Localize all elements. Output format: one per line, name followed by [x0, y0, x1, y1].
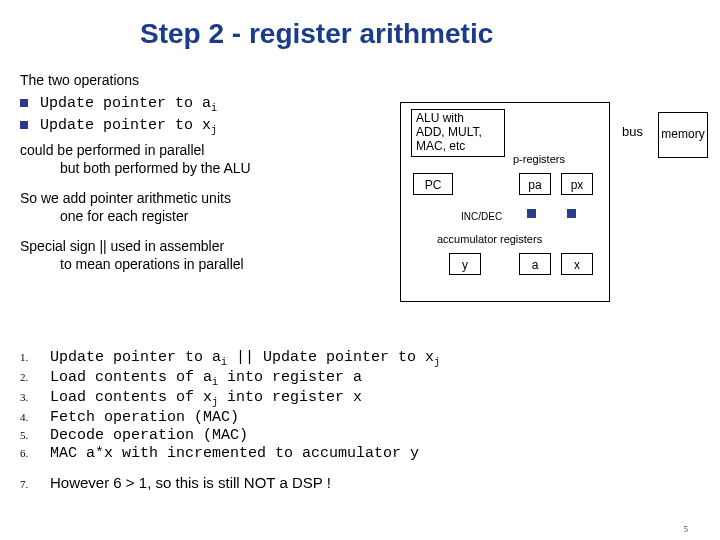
architecture-diagram: ALU with ADD, MULT, MAC, etc p-registers… [400, 102, 700, 312]
para-block: Special sign || used in assembler to mea… [20, 238, 380, 272]
bullet-text: Update pointer to ai [40, 95, 217, 114]
step-item: 4. Fetch operation (MAC) [20, 409, 700, 426]
step-number: 5. [20, 429, 50, 441]
accumulator-registers-label: accumulator registers [437, 233, 542, 245]
step-text: Load contents of ai into register a [50, 369, 362, 388]
cpu-box: ALU with ADD, MULT, MAC, etc p-registers… [400, 102, 610, 302]
step-item: 2. Load contents of ai into register a [20, 369, 700, 388]
bus-label: bus [622, 124, 643, 139]
inc-dec-label: INC/DEC [461, 211, 502, 222]
steps-list: 1. Update pointer to ai || Update pointe… [20, 348, 700, 492]
alu-line: ALU with [416, 112, 500, 126]
alu-box: ALU with ADD, MULT, MAC, etc [411, 109, 505, 157]
slide-title: Step 2 - register arithmetic [0, 0, 720, 58]
step-text: Update pointer to ai || Update pointer t… [50, 349, 440, 368]
step-item: 1. Update pointer to ai || Update pointe… [20, 349, 700, 368]
para-special2: to mean operations in parallel [20, 256, 380, 272]
page-number: 5 [684, 524, 689, 534]
bullet-text: Update pointer to xj [40, 117, 217, 136]
step-number: 2. [20, 371, 50, 383]
step-item: 5. Decode operation (MAC) [20, 427, 700, 444]
para-block: So we add pointer arithmetic units one f… [20, 190, 380, 224]
alu-line: MAC, etc [416, 140, 500, 154]
left-column: The two operations Update pointer to ai … [20, 72, 380, 274]
step-number: 7. [20, 478, 50, 490]
intro-text: The two operations [20, 72, 380, 88]
incdec-unit-icon [527, 209, 536, 218]
para-sowe: So we add pointer arithmetic units [20, 190, 380, 206]
y-register: y [449, 253, 481, 275]
square-bullet-icon [20, 121, 28, 129]
step-text: Decode operation (MAC) [50, 427, 248, 444]
step-number: 3. [20, 391, 50, 403]
step-final: 7. However 6 > 1, so this is still NOT a… [20, 474, 700, 491]
para-onefor: one for each register [20, 208, 380, 224]
memory-box: memory [658, 112, 708, 158]
incdec-unit-icon [567, 209, 576, 218]
pa-register: pa [519, 173, 551, 195]
step-text: MAC a*x with incremented to accumulator … [50, 445, 419, 462]
para-special1: Special sign || used in assembler [20, 238, 380, 254]
p-registers-label: p-registers [513, 153, 565, 165]
step-text: Fetch operation (MAC) [50, 409, 239, 426]
step-item: 3. Load contents of xj into register x [20, 389, 700, 408]
a-register: a [519, 253, 551, 275]
square-bullet-icon [20, 99, 28, 107]
bullet-list: Update pointer to ai Update pointer to x… [20, 94, 380, 136]
x-register: x [561, 253, 593, 275]
step-number: 6. [20, 447, 50, 459]
bullet-item: Update pointer to ai [20, 94, 380, 114]
para-but: but both performed by the ALU [20, 160, 380, 176]
pc-register: PC [413, 173, 453, 195]
alu-line: ADD, MULT, [416, 126, 500, 140]
bullet-item: Update pointer to xj [20, 116, 380, 136]
step-item: 6. MAC a*x with incremented to accumulat… [20, 445, 700, 462]
step-number: 4. [20, 411, 50, 423]
para-could: could be performed in parallel [20, 142, 380, 158]
step-text: Load contents of xj into register x [50, 389, 362, 408]
px-register: px [561, 173, 593, 195]
step-text: However 6 > 1, so this is still NOT a DS… [50, 474, 331, 491]
step-number: 1. [20, 351, 50, 363]
